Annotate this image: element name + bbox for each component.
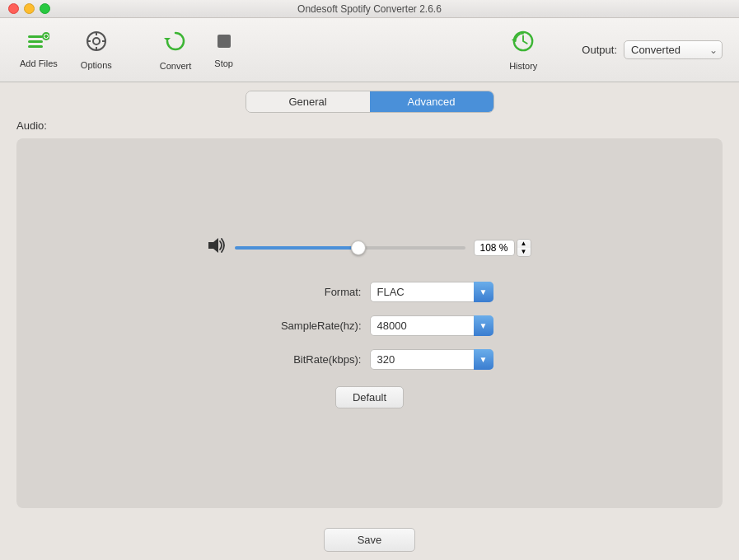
options-label: Options xyxy=(81,60,112,70)
volume-stepper-up[interactable]: ▲ xyxy=(517,240,531,248)
svg-marker-12 xyxy=(164,38,171,41)
svg-rect-0 xyxy=(28,35,43,38)
toolbar-inner: Add Files Options xyxy=(8,18,731,82)
form-section: Format: FLAC MP3 AAC M4A WAV OGG ▼ Sampl… xyxy=(189,282,551,370)
window-title: Ondesoft Spotify Converter 2.6.6 xyxy=(297,3,442,15)
traffic-lights xyxy=(8,3,50,14)
output-label: Output: xyxy=(582,44,617,56)
options-button[interactable]: Options xyxy=(69,24,124,77)
add-files-icon xyxy=(28,32,49,55)
history-button[interactable]: History xyxy=(498,23,549,77)
stop-icon xyxy=(215,32,233,55)
output-select[interactable]: Converted Desktop Documents Downloads xyxy=(624,40,723,59)
svg-rect-1 xyxy=(28,40,43,43)
bitrate-select[interactable]: 128 192 256 320 xyxy=(370,349,493,370)
close-button[interactable] xyxy=(8,3,19,14)
output-area: Output: Converted Desktop Documents Down… xyxy=(582,40,723,59)
main-content: Audio: ▲ ▼ For xyxy=(0,119,739,516)
output-select-wrapper: Converted Desktop Documents Downloads xyxy=(624,40,723,59)
convert-icon xyxy=(164,30,187,58)
history-icon xyxy=(512,30,535,58)
format-label: Format: xyxy=(246,286,362,298)
volume-stepper: ▲ ▼ xyxy=(517,239,531,257)
sample-rate-select[interactable]: 44100 48000 96000 192000 xyxy=(370,315,493,336)
toolbar: Add Files Options xyxy=(0,18,739,82)
format-select-wrapper: FLAC MP3 AAC M4A WAV OGG ▼ xyxy=(370,282,493,302)
format-select[interactable]: FLAC MP3 AAC M4A WAV OGG xyxy=(370,282,493,302)
default-button[interactable]: Default xyxy=(335,386,404,408)
maximize-button[interactable] xyxy=(40,3,50,14)
default-btn-row: Default xyxy=(335,386,404,408)
history-label: History xyxy=(509,61,537,71)
stop-label: Stop xyxy=(214,58,233,68)
options-icon xyxy=(86,30,107,57)
volume-row: ▲ ▼ xyxy=(208,238,531,257)
bitrate-row: BitRate(kbps): 128 192 256 320 ▼ xyxy=(189,349,551,370)
convert-button[interactable]: Convert xyxy=(148,23,203,77)
tab-general[interactable]: General xyxy=(246,91,370,112)
add-files-label: Add Files xyxy=(20,58,58,68)
tab-bar: General Advanced xyxy=(0,82,739,119)
convert-label: Convert xyxy=(160,61,192,71)
tab-advanced[interactable]: Advanced xyxy=(370,91,493,112)
save-button[interactable]: Save xyxy=(324,528,416,552)
volume-icon xyxy=(208,238,227,257)
bitrate-select-wrapper: 128 192 256 320 ▼ xyxy=(370,349,493,370)
bitrate-label: BitRate(kbps): xyxy=(246,353,362,366)
volume-stepper-down[interactable]: ▼ xyxy=(517,248,531,256)
svg-marker-16 xyxy=(208,238,218,253)
sample-rate-label: SampleRate(hz): xyxy=(246,320,362,332)
audio-panel: ▲ ▼ Format: FLAC MP3 AAC M4A WAV OGG xyxy=(16,138,723,508)
svg-rect-13 xyxy=(217,35,231,48)
save-area: Save xyxy=(0,516,739,560)
sample-rate-select-wrapper: 44100 48000 96000 192000 ▼ xyxy=(370,315,493,336)
svg-rect-2 xyxy=(28,45,43,48)
title-bar: Ondesoft Spotify Converter 2.6.6 xyxy=(0,0,739,18)
minimize-button[interactable] xyxy=(24,3,35,14)
stop-button[interactable]: Stop xyxy=(203,26,245,75)
volume-slider[interactable] xyxy=(235,246,465,250)
volume-value-wrapper: ▲ ▼ xyxy=(474,239,531,257)
add-files-button[interactable]: Add Files xyxy=(8,26,69,75)
tab-group: General Advanced xyxy=(246,91,494,113)
sample-rate-row: SampleRate(hz): 44100 48000 96000 192000… xyxy=(189,315,551,336)
format-row: Format: FLAC MP3 AAC M4A WAV OGG ▼ xyxy=(189,282,551,302)
volume-value-input[interactable] xyxy=(474,240,515,256)
audio-section-label: Audio: xyxy=(16,119,723,132)
svg-point-7 xyxy=(93,38,100,44)
